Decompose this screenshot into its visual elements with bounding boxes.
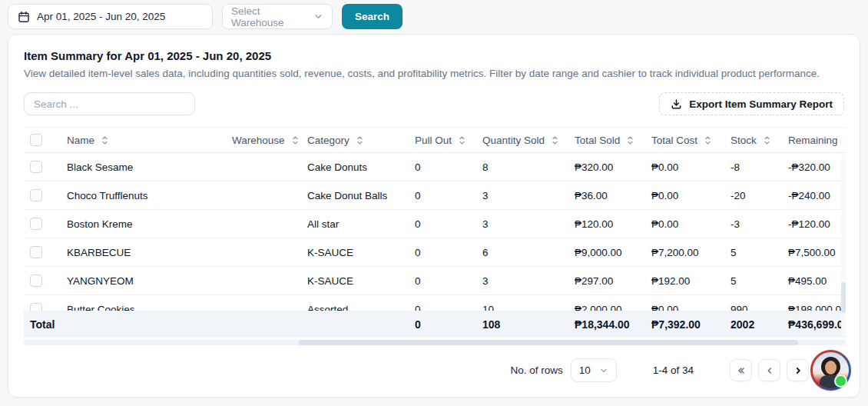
cell [226,295,301,311]
page-title: Item Summary for Apr 01, 2025 - Jun 20, … [24,49,844,62]
cell: YANGNYEOM [61,267,226,295]
horizontal-scrollbar [24,340,846,345]
table-row[interactable]: Butter CookiesAssorted010₱2,000.00₱0.009… [24,295,846,311]
select-all-checkbox[interactable] [30,134,42,146]
table-row[interactable]: KBARBECUEK-SAUCE06₱9,000.00₱7,200.005₱7,… [24,238,846,267]
row-select-cell [24,267,61,295]
column-header-remaining[interactable]: Remaining [782,128,846,153]
column-header-name[interactable]: Name [61,128,226,153]
row-select-cell [24,153,61,181]
cell [226,210,301,238]
total-value: ₱7,392.00 [645,311,724,338]
cell: ₱7,500.00 [782,238,846,267]
pagination-buttons [730,359,809,381]
table-row[interactable]: Black SesameCake Donuts08₱320.00₱0.00-8-… [24,153,846,181]
column-header-stock[interactable]: Stock [724,128,782,153]
date-range-value: Apr 01, 2025 - Jun 20, 2025 [37,11,165,22]
total-value: 108 [476,311,568,338]
column-header-pull-out[interactable]: Pull Out [409,128,476,153]
row-checkbox[interactable] [30,218,42,230]
date-range-picker[interactable]: Apr 01, 2025 - Jun 20, 2025 [8,4,213,29]
chevron-right-icon [793,365,803,376]
row-checkbox[interactable] [30,189,42,201]
total-value: 2002 [724,311,782,338]
chevron-down-icon [599,366,608,375]
cell: -₱320.00 [782,153,846,181]
column-header-category[interactable]: Category [301,128,409,153]
total-label: Total [24,311,409,338]
cell: 3 [476,181,568,210]
page-subtitle: View detailed item-level sales data, inc… [24,68,844,79]
chevron-down-icon [313,12,323,22]
cell: 3 [476,210,568,238]
warehouse-select-placeholder: Select Warehouse [231,5,313,28]
cell: ₱0.00 [645,153,724,181]
row-checkbox[interactable] [30,275,42,287]
cell [226,153,301,181]
table-row[interactable]: Boston KremeAll star03₱120.00₱0.00-3-₱12… [24,210,846,238]
item-summary-panel: Item Summary for Apr 01, 2025 - Jun 20, … [8,34,860,398]
total-value: ₱18,344.00 [568,311,645,338]
first-page-button[interactable] [730,359,752,381]
warehouse-select[interactable]: Select Warehouse [222,4,333,29]
cell: -20 [724,181,782,210]
total-value: 0 [409,311,476,338]
table-row[interactable]: Choco TrufflenutsCake Donut Balls03₱36.0… [24,181,846,210]
next-page-button[interactable] [787,359,809,381]
sort-icon [762,135,772,145]
rows-per-page-label: No. of rows [510,364,562,376]
cell: 0 [409,181,476,210]
cell: Black Sesame [61,153,226,181]
cell: ₱7,200.00 [645,238,724,267]
cell: 6 [476,238,568,267]
sort-icon [457,135,467,145]
cell: Cake Donuts [301,153,409,181]
prev-page-button[interactable] [758,359,780,381]
column-header-total-cost[interactable]: Total Cost [645,128,724,153]
sort-icon [355,135,365,145]
sort-icon [625,135,635,145]
table-search-input[interactable] [24,92,195,115]
row-checkbox[interactable] [30,246,42,258]
search-button[interactable]: Search [342,4,403,29]
rows-per-page-value: 10 [579,364,591,376]
row-checkbox[interactable] [30,303,42,311]
cell: ₱198,000.00 [782,295,846,311]
cell: 0 [409,238,476,267]
header-select-cell [24,128,61,153]
cell: ₱297.00 [568,267,645,295]
pagination-range: 1-4 of 34 [653,364,694,376]
column-header-total-sold[interactable]: Total Sold [568,128,645,153]
cell: ₱36.00 [568,181,645,210]
download-icon [671,98,682,110]
cell: Boston Kreme [61,210,226,238]
cell: Assorted [301,295,409,311]
column-header-quantity-sold[interactable]: Quantity Sold [476,128,568,153]
rows-per-page-select[interactable]: 10 [571,358,617,382]
item-summary-table: NameWarehouseCategoryPull OutQuantity So… [24,127,846,311]
row-checkbox[interactable] [30,161,42,173]
cell: KBARBECUE [61,238,226,267]
pagination-bar: No. of rows 10 1-4 of 34 [24,358,844,382]
sort-icon [843,135,846,145]
vertical-scrollbar-thumb[interactable] [841,282,846,313]
row-select-cell [24,238,61,267]
table-total-row: Total0108₱18,344.00₱7,392.002002₱436,699… [24,311,846,338]
horizontal-scrollbar-thumb[interactable] [299,340,798,345]
chevron-left-icon [764,365,775,376]
column-header-warehouse[interactable]: Warehouse [226,128,301,153]
cell: 0 [409,153,476,181]
sort-icon [290,135,300,145]
filter-bar: Apr 01, 2025 - Jun 20, 2025 Select Wareh… [0,0,868,29]
cell: 3 [476,267,568,295]
cell: -3 [724,210,782,238]
cell: 10 [476,295,568,311]
table-row[interactable]: YANGNYEOMK-SAUCE03₱297.00₱192.005₱495.00 [24,267,846,295]
cell [226,267,301,295]
item-summary-table-area: NameWarehouseCategoryPull OutQuantity So… [24,127,844,345]
cell: 0 [409,267,476,295]
export-report-button[interactable]: Export Item Summary Report [659,92,844,115]
online-status-dot [834,374,847,388]
cell: 990 [724,295,782,311]
cell: All star [301,210,409,238]
